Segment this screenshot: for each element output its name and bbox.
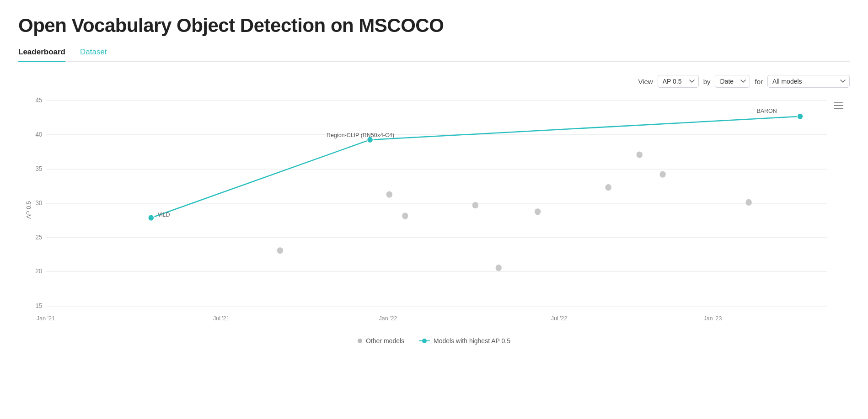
svg-text:Jul '22: Jul '22 — [551, 314, 568, 321]
sort-select[interactable]: Date Score — [715, 75, 750, 88]
svg-text:45: 45 — [35, 96, 42, 104]
controls-bar: View AP 0.5 AP 0.75 AP by Date Score for… — [18, 75, 850, 88]
svg-text:25: 25 — [35, 233, 42, 241]
other-point — [472, 202, 478, 208]
chart-svg: 15 20 25 30 35 40 45 Jan '21 Jul '21 Jan… — [46, 101, 827, 306]
svg-text:15: 15 — [35, 302, 42, 310]
svg-text:20: 20 — [35, 267, 42, 275]
other-point — [402, 212, 408, 219]
other-point — [745, 199, 751, 206]
svg-text:Jul '21: Jul '21 — [213, 314, 230, 321]
chart-area: 15 20 25 30 35 40 45 Jan '21 Jul '21 Jan… — [46, 101, 827, 306]
svg-text:35: 35 — [35, 165, 42, 173]
svg-text:30: 30 — [35, 199, 42, 207]
other-point — [605, 184, 611, 191]
chart-container: AP 0.5 15 20 25 30 35 40 45 — [18, 96, 850, 334]
tab-dataset[interactable]: Dataset — [80, 48, 107, 61]
other-point — [277, 247, 283, 254]
legend-other-label: Other models — [366, 337, 404, 345]
tab-leaderboard[interactable]: Leaderboard — [18, 48, 65, 61]
filter-select[interactable]: All models Transformer CNN — [767, 75, 850, 88]
other-point — [496, 265, 502, 271]
svg-text:40: 40 — [35, 130, 42, 138]
other-point — [535, 208, 541, 215]
legend-highlight-line — [419, 340, 430, 341]
legend-highlight-label: Models with highest AP 0.5 — [434, 337, 510, 345]
chart-legend: Other models Models with highest AP 0.5 — [18, 337, 850, 345]
svg-text:Jan '22: Jan '22 — [379, 314, 397, 321]
baron-label: BARON — [756, 107, 777, 114]
metric-select[interactable]: AP 0.5 AP 0.75 AP — [658, 75, 699, 88]
legend-line-marker — [419, 340, 430, 341]
for-label: for — [755, 78, 763, 85]
page-title: Open Vocabulary Object Detection on MSCO… — [18, 15, 850, 37]
other-point — [386, 191, 392, 197]
chart-menu-button[interactable] — [832, 101, 845, 111]
tabs-container: Leaderboard Dataset — [18, 48, 850, 62]
svg-text:Jan '23: Jan '23 — [704, 314, 722, 321]
legend-highlight: Models with highest AP 0.5 — [419, 337, 510, 345]
legend-other-dot — [358, 339, 362, 343]
legend-other: Other models — [358, 337, 404, 345]
by-label: by — [703, 78, 711, 85]
highlight-point-baron — [797, 113, 803, 120]
regionclip-label: Region-CLIP (RN50x4-C4) — [327, 131, 394, 138]
highlight-point-vild — [148, 215, 154, 221]
svg-text:Jan '21: Jan '21 — [37, 314, 55, 321]
other-point — [637, 151, 643, 158]
vild-label: ViLD — [158, 211, 170, 217]
other-point — [659, 171, 665, 177]
y-axis-label: AP 0.5 — [25, 201, 32, 219]
view-label: View — [638, 78, 653, 85]
